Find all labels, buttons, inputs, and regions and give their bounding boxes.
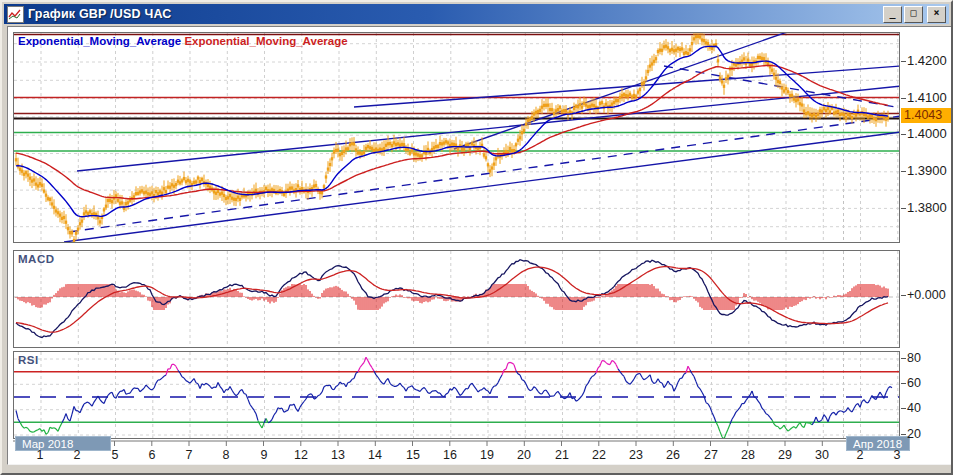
rsi-axis-label: 60 bbox=[907, 375, 953, 391]
day-axis-label: 3 bbox=[881, 448, 913, 462]
day-axis-label: 26 bbox=[657, 448, 689, 462]
macd-svg[interactable] bbox=[14, 251, 900, 348]
day-axis-label: 15 bbox=[397, 448, 429, 462]
ema-fast-legend-label: Exponential_Moving_Average bbox=[18, 35, 181, 47]
price-axis-tick bbox=[901, 98, 906, 99]
window-controls: _ □ × bbox=[883, 6, 946, 23]
day-axis-label: 21 bbox=[546, 448, 578, 462]
day-axis-label: 30 bbox=[806, 448, 838, 462]
price-axis-label: 1.4100 bbox=[907, 90, 953, 106]
price-axis-tick bbox=[901, 208, 906, 209]
ema-slow-legend-label: Exponential_Moving_Average bbox=[184, 35, 347, 47]
current-price-badge: 1.4043 bbox=[901, 108, 953, 123]
rsi-panel-label: RSI bbox=[18, 354, 39, 366]
price-axis-tick bbox=[901, 61, 906, 62]
day-axis-label: 2 bbox=[844, 448, 876, 462]
day-axis-label: 12 bbox=[285, 448, 317, 462]
day-axis-label: 29 bbox=[769, 448, 801, 462]
day-axis-label: 13 bbox=[322, 448, 354, 462]
price-axis-label: 1.3900 bbox=[907, 163, 953, 179]
rsi-axis-tick bbox=[901, 434, 906, 435]
day-axis-label: 5 bbox=[99, 448, 131, 462]
rsi-axis-label: 20 bbox=[907, 426, 953, 442]
price-chart-panel[interactable]: Exponential_Moving_Average Exponential_M… bbox=[13, 32, 900, 243]
day-axis-label: 16 bbox=[434, 448, 466, 462]
day-axis-label: 27 bbox=[695, 448, 727, 462]
macd-zero-label: +0.000 bbox=[907, 287, 953, 303]
day-axis-label: 19 bbox=[471, 448, 503, 462]
macd-panel[interactable]: MACD bbox=[13, 250, 900, 348]
app-icon bbox=[7, 6, 24, 23]
price-axis-tick bbox=[901, 171, 906, 172]
day-axis-label: 23 bbox=[620, 448, 652, 462]
chart-client-area: Exponential_Moving_Average Exponential_M… bbox=[7, 26, 952, 465]
day-axis-label: 14 bbox=[359, 448, 391, 462]
day-axis-label: 9 bbox=[248, 448, 280, 462]
price-axis-label: 1.3800 bbox=[907, 200, 953, 216]
chart-window: График GBP /USD ЧАС _ □ × Exponential_Mo… bbox=[0, 0, 953, 475]
rsi-axis-label: 80 bbox=[907, 350, 953, 366]
price-axis-label: 1.4200 bbox=[907, 53, 953, 69]
title-bar[interactable]: График GBP /USD ЧАС _ □ × bbox=[4, 4, 949, 24]
day-axis-label: 8 bbox=[210, 448, 242, 462]
macd-panel-label: MACD bbox=[18, 253, 55, 265]
rsi-panel[interactable]: RSI bbox=[13, 351, 900, 439]
indicator-legend: Exponential_Moving_Average Exponential_M… bbox=[18, 35, 348, 47]
day-axis-label: 20 bbox=[508, 448, 540, 462]
macd-zero-tick bbox=[901, 295, 906, 296]
day-axis-label: 1 bbox=[24, 448, 56, 462]
close-button[interactable]: × bbox=[927, 6, 946, 23]
day-axis-label: 2 bbox=[61, 448, 93, 462]
day-axis-label: 28 bbox=[732, 448, 764, 462]
day-axis-label: 6 bbox=[136, 448, 168, 462]
minimize-button[interactable]: _ bbox=[883, 6, 902, 23]
day-axis-label: 7 bbox=[173, 448, 205, 462]
rsi-axis-tick bbox=[901, 358, 906, 359]
price-axis-tick bbox=[901, 134, 906, 135]
rsi-axis-label: 40 bbox=[907, 400, 953, 416]
price-axis-label: 1.4000 bbox=[907, 126, 953, 142]
day-axis-label: 22 bbox=[583, 448, 615, 462]
price-chart-svg[interactable] bbox=[14, 33, 900, 243]
maximize-button[interactable]: □ bbox=[904, 6, 923, 23]
window-title: График GBP /USD ЧАС bbox=[28, 7, 883, 21]
rsi-axis-tick bbox=[901, 383, 906, 384]
rsi-svg[interactable] bbox=[14, 352, 900, 439]
rsi-axis-tick bbox=[901, 408, 906, 409]
